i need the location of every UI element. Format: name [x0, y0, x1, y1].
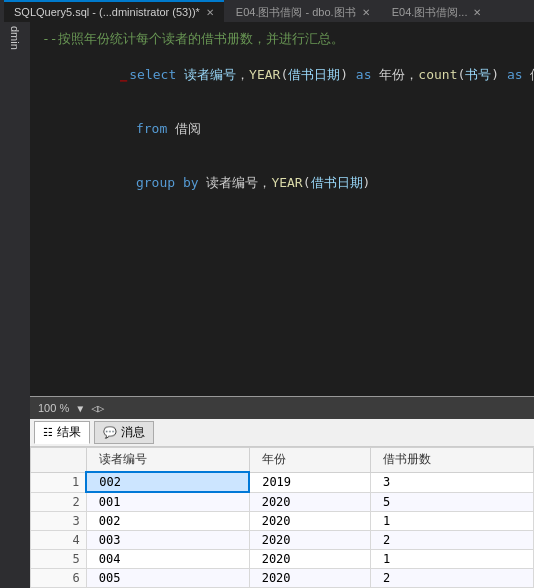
row-number: 4: [31, 531, 87, 550]
tab-messages[interactable]: 💬 消息: [94, 421, 154, 444]
comment-text: --按照年份统计每个读者的借书册数，并进行汇总。: [42, 31, 344, 46]
main-area: dmin --按照年份统计每个读者的借书册数，并进行汇总。 ⎯select 读者…: [0, 22, 534, 588]
sidebar: dmin: [0, 22, 30, 588]
cell-reader[interactable]: 001: [86, 492, 249, 512]
row-number: 1: [31, 472, 87, 492]
cell-count[interactable]: 2: [371, 569, 534, 588]
cell-year[interactable]: 2020: [249, 492, 370, 512]
collapse-icon: ⎯: [120, 68, 127, 82]
results-table: 读者编号 年份 借书册数 100220193200120205300220201…: [30, 447, 534, 588]
grid-icon: ☷: [43, 426, 53, 439]
title-bar: SQLQuery5.sql - (...dministrator (53))* …: [0, 0, 534, 22]
row-number: 2: [31, 492, 87, 512]
message-icon: 💬: [103, 426, 117, 439]
col-header-num: [31, 448, 87, 473]
code-line-select: ⎯select 读者编号，YEAR(借书日期) as 年份，count(书号) …: [30, 48, 534, 102]
cell-reader[interactable]: 002: [86, 512, 249, 531]
slider-icon[interactable]: ◁▷: [91, 402, 104, 415]
table-row[interactable]: 500420201: [31, 550, 534, 569]
table-row[interactable]: 200120205: [31, 492, 534, 512]
tab-sqlquery[interactable]: SQLQuery5.sql - (...dministrator (53))* …: [4, 0, 224, 22]
close-icon-2[interactable]: ✕: [362, 7, 370, 18]
tab-sqlquery-label: SQLQuery5.sql - (...dministrator (53))*: [14, 6, 200, 18]
table-row[interactable]: 100220193: [31, 472, 534, 492]
cell-reader[interactable]: 002: [86, 472, 249, 492]
tab-results[interactable]: ☷ 结果: [34, 421, 90, 444]
cell-count[interactable]: 5: [371, 492, 534, 512]
cell-count[interactable]: 1: [371, 512, 534, 531]
col-header-year: 年份: [249, 448, 370, 473]
zoom-dropdown-icon[interactable]: ▼: [77, 403, 83, 414]
col-header-reader: 读者编号: [86, 448, 249, 473]
code-line-from: from 借阅: [30, 102, 534, 156]
cell-year[interactable]: 2020: [249, 550, 370, 569]
tab-e04-2-label: E04.图书借阅...: [392, 5, 468, 20]
row-number: 3: [31, 512, 87, 531]
tab-messages-label: 消息: [121, 424, 145, 441]
sidebar-label: dmin: [9, 26, 21, 50]
table-row[interactable]: 600520202: [31, 569, 534, 588]
cell-count[interactable]: 3: [371, 472, 534, 492]
cell-count[interactable]: 2: [371, 531, 534, 550]
cell-reader[interactable]: 004: [86, 550, 249, 569]
cell-year[interactable]: 2020: [249, 512, 370, 531]
cell-year[interactable]: 2019: [249, 472, 370, 492]
zoom-level: 100 %: [38, 402, 69, 414]
table-row[interactable]: 400320202: [31, 531, 534, 550]
table-header-row: 读者编号 年份 借书册数: [31, 448, 534, 473]
col-header-count: 借书册数: [371, 448, 534, 473]
table-row[interactable]: 300220201: [31, 512, 534, 531]
tab-e04-1-label: E04.图书借阅 - dbo.图书: [236, 5, 356, 20]
status-bar: 100 % ▼ ◁▷: [30, 397, 534, 419]
close-icon[interactable]: ✕: [206, 7, 214, 18]
tab-e04-1[interactable]: E04.图书借阅 - dbo.图书 ✕: [226, 0, 380, 22]
results-tabs-row: ☷ 结果 💬 消息: [30, 419, 534, 447]
row-number: 6: [31, 569, 87, 588]
cell-year[interactable]: 2020: [249, 569, 370, 588]
code-editor[interactable]: --按照年份统计每个读者的借书册数，并进行汇总。 ⎯select 读者编号，YE…: [30, 22, 534, 396]
cell-year[interactable]: 2020: [249, 531, 370, 550]
close-icon-3[interactable]: ✕: [473, 7, 481, 18]
results-area[interactable]: 读者编号 年份 借书册数 100220193200120205300220201…: [30, 447, 534, 588]
tab-e04-2[interactable]: E04.图书借阅... ✕: [382, 0, 492, 22]
code-line-comment: --按照年份统计每个读者的借书册数，并进行汇总。: [30, 30, 534, 48]
cell-reader[interactable]: 005: [86, 569, 249, 588]
tab-results-label: 结果: [57, 424, 81, 441]
code-line-groupby: group by 读者编号，YEAR(借书日期): [30, 156, 534, 210]
row-number: 5: [31, 550, 87, 569]
cell-reader[interactable]: 003: [86, 531, 249, 550]
cell-count[interactable]: 1: [371, 550, 534, 569]
bottom-panel: 100 % ▼ ◁▷ ☷ 结果 💬 消息: [30, 396, 534, 588]
editor-container: --按照年份统计每个读者的借书册数，并进行汇总。 ⎯select 读者编号，YE…: [30, 22, 534, 588]
